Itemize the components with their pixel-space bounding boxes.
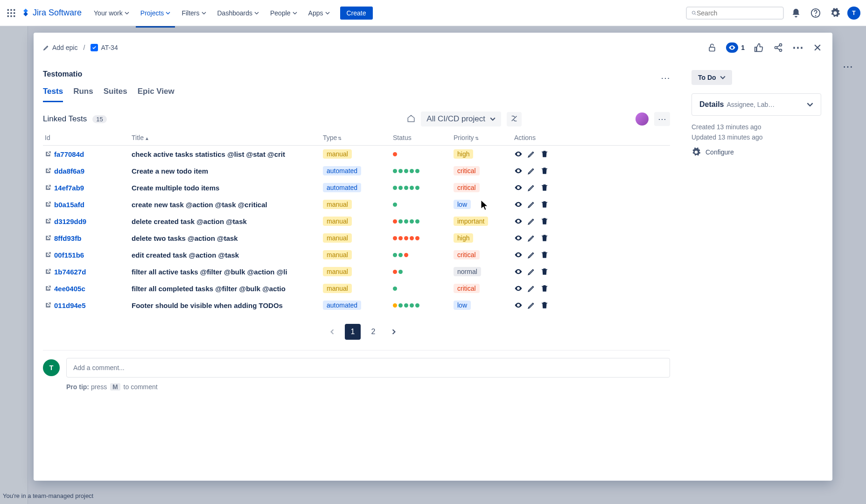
test-title[interactable]: create new task @action @task @critical — [132, 201, 323, 209]
configure-button[interactable]: Configure — [691, 147, 821, 157]
view-icon[interactable] — [514, 267, 523, 276]
test-id-link[interactable]: 011d94e5 — [45, 301, 132, 309]
edit-icon[interactable] — [527, 167, 536, 175]
test-title[interactable]: Footer should be visible when adding TOD… — [132, 301, 323, 309]
col-type[interactable]: Type⇅ — [323, 134, 393, 141]
share-icon[interactable] — [773, 42, 784, 53]
project-dropdown[interactable]: All CI/CD project — [421, 112, 501, 126]
test-id-link[interactable]: 00f151b6 — [45, 251, 132, 259]
view-icon[interactable] — [514, 167, 523, 175]
test-id-link[interactable]: 4ee0405c — [45, 285, 132, 293]
test-title[interactable]: filter all active tasks @filter @bulk @a… — [132, 268, 323, 276]
test-title[interactable]: Create a new todo item — [132, 167, 323, 175]
notifications-icon[interactable] — [789, 6, 803, 21]
nav-dashboards[interactable]: Dashboards — [213, 7, 264, 20]
edit-icon[interactable] — [527, 267, 536, 276]
page-1[interactable]: 1 — [345, 324, 361, 340]
sync-icon[interactable] — [507, 112, 522, 126]
jira-logo[interactable]: Jira Software — [21, 8, 82, 18]
view-icon[interactable] — [514, 217, 523, 225]
issue-key-link[interactable]: AT-34 — [91, 44, 118, 51]
nav-filters[interactable]: Filters — [177, 7, 210, 20]
delete-icon[interactable] — [540, 200, 549, 209]
nav-projects[interactable]: Projects — [136, 7, 175, 20]
edit-icon[interactable] — [527, 150, 536, 158]
delete-icon[interactable] — [540, 183, 549, 192]
watch-badge[interactable]: 1 — [726, 42, 745, 53]
nav-your-work[interactable]: Your work — [89, 7, 134, 20]
delete-icon[interactable] — [540, 234, 549, 242]
like-icon[interactable] — [753, 42, 764, 53]
col-status[interactable]: Status — [393, 134, 454, 141]
create-button[interactable]: Create — [340, 7, 373, 20]
col-id[interactable]: Id — [43, 134, 132, 141]
delete-icon[interactable] — [540, 301, 549, 309]
edit-icon[interactable] — [527, 301, 536, 309]
test-title[interactable]: Create multiple todo items — [132, 184, 323, 192]
status-dropdown[interactable]: To Do — [691, 70, 732, 85]
user-avatar[interactable]: T — [847, 7, 860, 20]
delete-icon[interactable] — [540, 150, 549, 158]
col-title[interactable]: Title▲ — [132, 134, 323, 141]
test-id-link[interactable]: 14ef7ab9 — [45, 184, 132, 192]
col-priority[interactable]: Priority⇅ — [454, 134, 514, 141]
edit-icon[interactable] — [527, 284, 536, 293]
pro-tip: Pro tip: press M to comment — [43, 383, 683, 391]
edit-icon[interactable] — [527, 234, 536, 242]
test-title[interactable]: check active tasks statistics @list @sta… — [132, 150, 323, 158]
delete-icon[interactable] — [540, 284, 549, 293]
delete-icon[interactable] — [540, 167, 549, 175]
test-id-link[interactable]: dda8f6a9 — [45, 167, 132, 175]
comment-input[interactable]: Add a comment... — [66, 358, 670, 378]
tab-epic-view[interactable]: Epic View — [138, 84, 175, 102]
lock-icon[interactable] — [706, 42, 718, 53]
tab-tests[interactable]: Tests — [43, 84, 63, 102]
test-title[interactable]: filter all completed tasks @filter @bulk… — [132, 285, 323, 293]
delete-icon[interactable] — [540, 267, 549, 276]
view-icon[interactable] — [514, 150, 523, 158]
global-search[interactable] — [686, 7, 784, 20]
edit-icon[interactable] — [527, 251, 536, 259]
test-id-link[interactable]: fa77084d — [45, 150, 132, 158]
page-prev[interactable] — [324, 324, 340, 340]
home-icon[interactable] — [407, 114, 415, 124]
test-id-link[interactable]: b0a15afd — [45, 201, 132, 209]
delete-icon[interactable] — [540, 217, 549, 225]
edit-icon[interactable] — [527, 217, 536, 225]
view-icon[interactable] — [514, 200, 523, 209]
edit-icon[interactable] — [527, 183, 536, 192]
close-icon[interactable] — [812, 42, 823, 53]
help-icon[interactable] — [808, 6, 823, 21]
more-actions-icon[interactable]: ⋯ — [792, 42, 803, 53]
assignee-avatar[interactable] — [636, 112, 649, 126]
details-panel[interactable]: Details Assignee, Labels, ... — [691, 93, 821, 116]
view-icon[interactable] — [514, 301, 523, 309]
test-title[interactable]: delete created task @action @task — [132, 217, 323, 225]
table-row: 8ffd93fbdelete two tasks @action @taskma… — [43, 230, 670, 246]
tab-suites[interactable]: Suites — [104, 84, 127, 102]
add-epic-button[interactable]: Add epic — [43, 44, 77, 51]
priority-badge: critical — [454, 284, 480, 293]
test-id-link[interactable]: d3129dd9 — [45, 217, 132, 225]
settings-icon[interactable] — [828, 6, 843, 21]
test-id-link[interactable]: 1b74627d — [45, 268, 132, 276]
view-icon[interactable] — [514, 234, 523, 242]
page-2[interactable]: 2 — [365, 324, 381, 340]
test-title[interactable]: edit created task @action @task — [132, 251, 323, 259]
tab-runs[interactable]: Runs — [73, 84, 93, 102]
search-input[interactable] — [697, 9, 778, 17]
panel-more-icon[interactable]: ⋯ — [661, 72, 670, 84]
view-icon[interactable] — [514, 284, 523, 293]
nav-apps[interactable]: Apps — [304, 7, 335, 20]
test-title[interactable]: delete two tasks @action @task — [132, 234, 323, 242]
view-icon[interactable] — [514, 251, 523, 259]
page-next[interactable] — [386, 324, 402, 340]
view-icon[interactable] — [514, 183, 523, 192]
test-id-link[interactable]: 8ffd93fb — [45, 234, 132, 242]
delete-icon[interactable] — [540, 251, 549, 259]
nav-people[interactable]: People — [265, 7, 302, 20]
updated-meta: Updated 13 minutes ago — [691, 133, 821, 141]
app-switcher-icon[interactable] — [6, 7, 17, 19]
panel-actions-icon[interactable]: ⋯ — [654, 112, 670, 126]
edit-icon[interactable] — [527, 200, 536, 209]
